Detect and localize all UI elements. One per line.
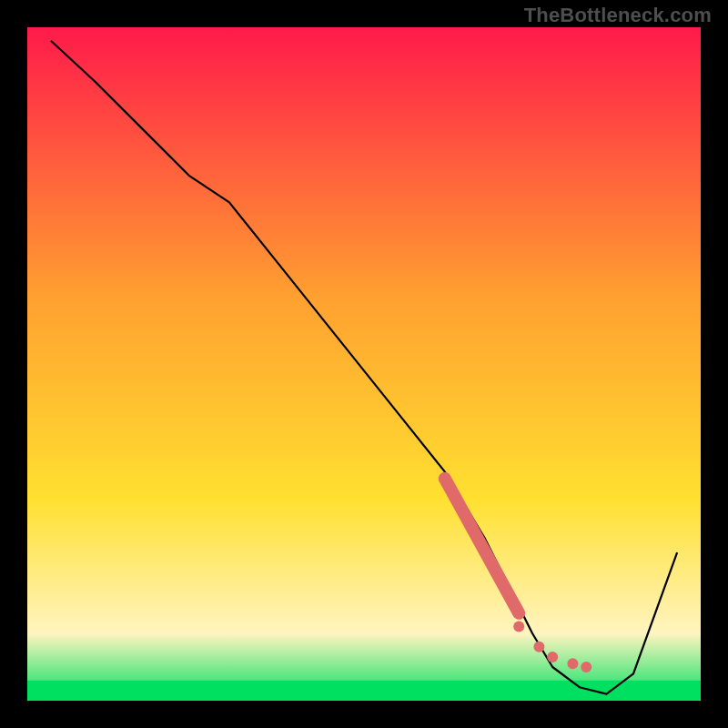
chart-stage: TheBottleneck.com bbox=[0, 0, 728, 728]
green-bottom-strip bbox=[27, 681, 701, 701]
plot-background bbox=[27, 27, 701, 701]
highlight-dot bbox=[547, 652, 558, 662]
highlight-dot bbox=[533, 642, 544, 652]
highlight-dot bbox=[513, 622, 524, 632]
highlight-dot bbox=[567, 658, 578, 669]
chart-svg bbox=[0, 0, 728, 728]
highlight-dot bbox=[581, 662, 592, 672]
